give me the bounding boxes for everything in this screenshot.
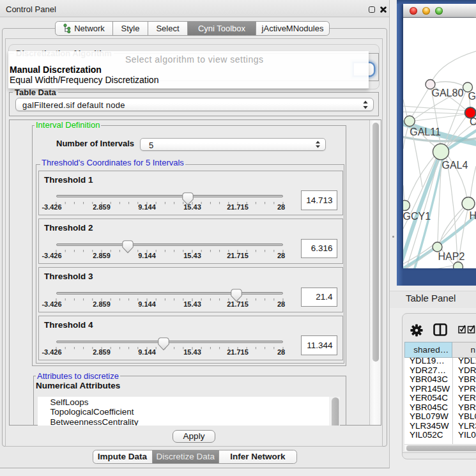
svg-text:HIS4: HIS4: [470, 210, 476, 220]
svg-text:HAP2: HAP2: [438, 250, 465, 261]
svg-text:GAL11: GAL11: [410, 127, 441, 137]
svg-text:GAL80: GAL80: [432, 87, 464, 98]
svg-text:GAL3: GAL3: [468, 90, 476, 101]
svg-text:CDC25: CDC25: [470, 116, 476, 127]
svg-text:GAL4: GAL4: [442, 159, 468, 170]
svg-text:GCY1: GCY1: [403, 210, 431, 221]
